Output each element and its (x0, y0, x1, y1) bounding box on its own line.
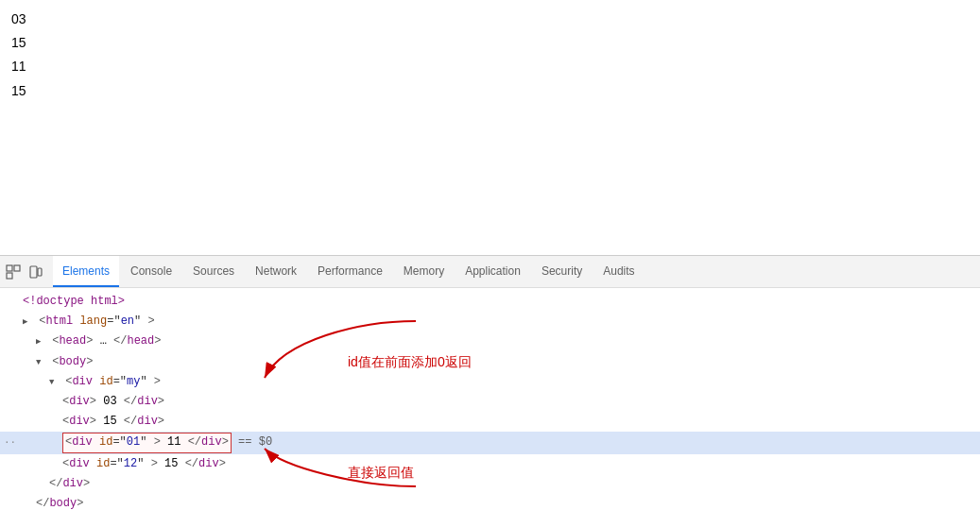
devtools-html-tree[interactable]: <!doctype html> ▶ <html lang="en" > ▶ <h… (0, 288, 980, 510)
number-line-1: 03 (11, 8, 969, 31)
html-line-doctype: <!doctype html> (0, 292, 980, 312)
svg-rect-4 (38, 268, 42, 276)
html-line-div-my[interactable]: ▼ <div id="my" > (0, 372, 980, 392)
number-line-2: 15 (11, 31, 969, 55)
tab-application[interactable]: Application (456, 256, 530, 287)
page-content: 03 15 11 15 (0, 0, 980, 255)
triangle-body[interactable]: ▼ (36, 356, 45, 369)
tab-network[interactable]: Network (246, 256, 306, 287)
html-line-head[interactable]: ▶ <head> … </head> (0, 332, 980, 351)
doctype-text: <!doctype html> (23, 295, 125, 308)
html-line-div-01[interactable]: .. <div id="01" > 11 </div> == $0 (0, 432, 980, 453)
html-line-body-open[interactable]: ▼ <body> (0, 352, 980, 372)
tab-console[interactable]: Console (121, 256, 181, 287)
tab-audits[interactable]: Audits (593, 256, 644, 287)
devtools-tabs: Elements Console Sources Network Perform… (53, 256, 645, 287)
triangle-html[interactable]: ▶ (23, 315, 32, 329)
number-line-3: 11 (11, 55, 969, 78)
html-line-div-15[interactable]: <div> 15 </div> (0, 412, 980, 432)
devtools-icons (4, 263, 45, 281)
devtools-toolbar: Elements Console Sources Network Perform… (0, 256, 980, 288)
devtools-panel: Elements Console Sources Network Perform… (0, 255, 980, 510)
html-line-body-close: </body> (0, 494, 980, 510)
triangle-head[interactable]: ▶ (36, 335, 45, 348)
triangle-div-my[interactable]: ▼ (49, 376, 59, 389)
html-line-div-03[interactable]: <div> 03 </div> (0, 392, 980, 412)
svg-rect-2 (7, 273, 12, 279)
dom-ref: == $0 (238, 435, 272, 449)
html-line-html[interactable]: ▶ <html lang="en" > (0, 312, 980, 332)
svg-rect-3 (30, 266, 37, 278)
tab-security[interactable]: Security (532, 256, 592, 287)
tab-memory[interactable]: Memory (394, 256, 454, 287)
tab-performance[interactable]: Performance (308, 256, 392, 287)
html-line-div-my-close: </div> (0, 474, 980, 494)
device-toolbar-icon[interactable] (26, 263, 45, 281)
tab-sources[interactable]: Sources (183, 256, 244, 287)
svg-rect-0 (7, 265, 12, 271)
svg-rect-1 (14, 265, 20, 271)
number-line-4: 15 (11, 79, 969, 103)
tab-elements[interactable]: Elements (53, 256, 119, 287)
current-element-indicator: .. (4, 433, 16, 450)
html-line-div-12[interactable]: <div id="12" > 15 </div> (0, 454, 980, 474)
select-element-icon[interactable] (4, 263, 23, 281)
